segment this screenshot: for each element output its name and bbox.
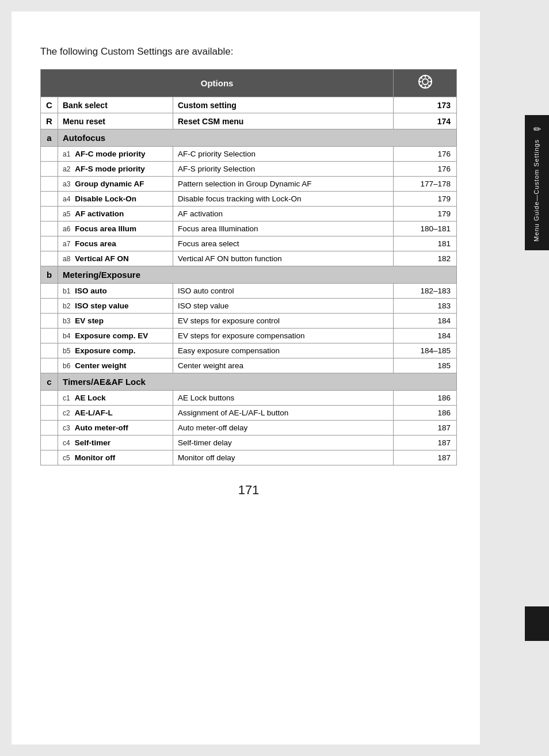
- page-number: 171: [40, 483, 457, 498]
- main-category-row: CBank selectCustom setting173: [41, 97, 457, 113]
- table-row: a5AF activationAF activation179: [41, 207, 457, 222]
- side-tab: ✏ Menu Guide—Custom Settings: [514, 0, 549, 756]
- col2-code-name: b4Exposure comp. EV: [58, 329, 173, 343]
- col3-desc: Assignment of AE-L/AF-L button: [173, 406, 394, 421]
- section-name: Autofocus: [58, 129, 457, 147]
- col4-page: 186: [394, 391, 457, 406]
- col4-page: 182: [394, 251, 457, 266]
- category-name: Menu reset: [58, 113, 173, 129]
- pencil-icon: ✏: [533, 124, 541, 135]
- col3-desc: AE Lock buttons: [173, 391, 394, 406]
- col3-desc: AF activation: [173, 207, 394, 222]
- bookmark-tab: ✏ Menu Guide—Custom Settings: [525, 115, 549, 250]
- col4-page: 179: [394, 207, 457, 222]
- col2-code-name: c5Monitor off: [58, 450, 173, 465]
- col4-page: 182–183: [394, 284, 457, 299]
- col2-code-name: b2ISO step value: [58, 299, 173, 314]
- col4-page: 180–181: [394, 222, 457, 236]
- settings-table: Options: [40, 69, 457, 465]
- intro-text: The following Custom Settings are availa…: [40, 46, 457, 58]
- section-letter: a: [41, 129, 58, 147]
- col1-spacer: [41, 343, 58, 358]
- col4-page: 181: [394, 236, 457, 251]
- svg-line-8: [428, 77, 430, 79]
- col3-desc: Monitor off delay: [173, 450, 394, 465]
- table-row: c2AE-L/AF-LAssignment of AE-L/AF-L butto…: [41, 406, 457, 421]
- table-row: a2AF-S mode priorityAF-S priority Select…: [41, 162, 457, 177]
- col4-page: 184: [394, 329, 457, 343]
- col2-code-name: a6Focus area Illum: [58, 222, 173, 236]
- col4-page: 176: [394, 147, 457, 162]
- table-row: a3Group dynamic AFPattern selection in G…: [41, 177, 457, 192]
- col3-desc: Focus area select: [173, 236, 394, 251]
- col2-code-name: c2AE-L/AF-L: [58, 406, 173, 421]
- category-page: 174: [394, 113, 457, 129]
- icon-header: [394, 70, 457, 97]
- table-header-row: Options: [41, 70, 457, 97]
- col1-spacer: [41, 421, 58, 436]
- main-category-row: RMenu resetReset CSM menu174: [41, 113, 457, 129]
- col4-page: 177–178: [394, 177, 457, 192]
- table-row: c3Auto meter-offAuto meter-off delay187: [41, 421, 457, 436]
- col3-desc: ISO auto control: [173, 284, 394, 299]
- svg-line-6: [420, 77, 422, 79]
- col3-desc: AF-C priority Selection: [173, 147, 394, 162]
- col3-desc: Center weight area: [173, 358, 394, 373]
- col2-code-name: b3EV step: [58, 314, 173, 329]
- category-desc: Reset CSM menu: [173, 113, 394, 129]
- side-tab-label: Menu Guide—Custom Settings: [533, 139, 540, 242]
- table-row: b3EV stepEV steps for exposure control18…: [41, 314, 457, 329]
- col4-page: 184–185: [394, 343, 457, 358]
- table-row: c4Self-timerSelf-timer delay187: [41, 436, 457, 450]
- col2-code-name: c3Auto meter-off: [58, 421, 173, 436]
- col1-spacer: [41, 358, 58, 373]
- col1-spacer: [41, 207, 58, 222]
- col2-code-name: c4Self-timer: [58, 436, 173, 450]
- col2-code-name: a3Group dynamic AF: [58, 177, 173, 192]
- col2-code-name: a1AF-C mode priority: [58, 147, 173, 162]
- svg-point-1: [422, 79, 428, 85]
- col1-spacer: [41, 391, 58, 406]
- settings-icon: [417, 74, 433, 90]
- svg-line-7: [428, 85, 430, 86]
- category-name: Bank select: [58, 97, 173, 113]
- section-name: Metering/Exposure: [58, 266, 457, 284]
- col4-page: 183: [394, 299, 457, 314]
- col4-page: 186: [394, 406, 457, 421]
- col2-code-name: b1ISO auto: [58, 284, 173, 299]
- page-content: The following Custom Settings are availa…: [12, 12, 480, 744]
- col1-spacer: [41, 284, 58, 299]
- category-desc: Custom setting: [173, 97, 394, 113]
- category-page: 173: [394, 97, 457, 113]
- col1-spacer: [41, 222, 58, 236]
- col3-desc: Pattern selection in Group Dynamic AF: [173, 177, 394, 192]
- col1-spacer: [41, 406, 58, 421]
- col4-page: 179: [394, 192, 457, 207]
- table-row: b5Exposure comp.Easy exposure compensati…: [41, 343, 457, 358]
- col4-page: 185: [394, 358, 457, 373]
- col1-spacer: [41, 236, 58, 251]
- col4-page: 187: [394, 436, 457, 450]
- col3-desc: EV steps for exposure compensation: [173, 329, 394, 343]
- table-row: c1AE LockAE Lock buttons186: [41, 391, 457, 406]
- section-letter: b: [41, 266, 58, 284]
- col4-page: 187: [394, 450, 457, 465]
- section-header-row: cTimers/AE&AF Lock: [41, 373, 457, 391]
- options-header: Options: [41, 70, 394, 97]
- col2-code-name: b5Exposure comp.: [58, 343, 173, 358]
- col3-desc: Vertical AF ON button function: [173, 251, 394, 266]
- col2-code-name: a8Vertical AF ON: [58, 251, 173, 266]
- col1-spacer: [41, 177, 58, 192]
- category-letter: C: [41, 97, 58, 113]
- col1-spacer: [41, 314, 58, 329]
- table-row: a6Focus area IllumFocus area Illuminatio…: [41, 222, 457, 236]
- col3-desc: Easy exposure compensation: [173, 343, 394, 358]
- col3-desc: EV steps for exposure control: [173, 314, 394, 329]
- col2-code-name: a5AF activation: [58, 207, 173, 222]
- col3-desc: Focus area Illumination: [173, 222, 394, 236]
- table-row: b1ISO autoISO auto control182–183: [41, 284, 457, 299]
- table-row: a4Disable Lock-OnDisable focus tracking …: [41, 192, 457, 207]
- col1-spacer: [41, 299, 58, 314]
- section-header-row: aAutofocus: [41, 129, 457, 147]
- table-row: a1AF-C mode priorityAF-C priority Select…: [41, 147, 457, 162]
